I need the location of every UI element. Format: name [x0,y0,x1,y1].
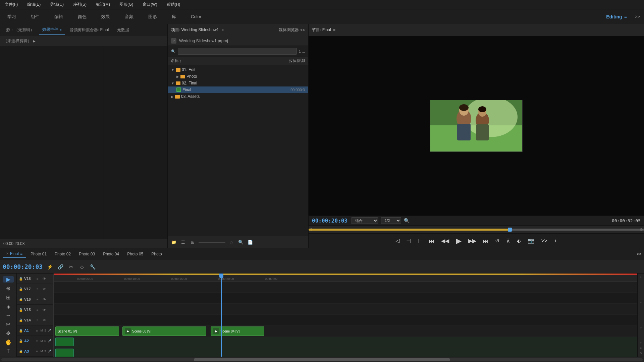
tl-tool-razor[interactable]: ✂ [67,263,75,271]
nav-edit[interactable]: 编辑 [51,12,66,21]
nav-graphics[interactable]: 图形 [145,12,160,21]
slip-tool[interactable]: ✥ [3,330,14,337]
timeline-scrollbar[interactable] [0,357,644,362]
hand-tool[interactable]: 🖐 [3,339,14,346]
lock-a3[interactable]: 🔒 [19,350,23,353]
media-browser-btn[interactable]: 媒体浏览器 >> [279,27,305,33]
tl-tool-link[interactable]: 🔗 [56,263,64,271]
type-tool[interactable]: T [3,348,14,354]
goto-out-btn[interactable]: ⊢ [416,236,424,245]
menu-sequence[interactable]: 序列(S) [71,1,89,8]
list-view-btn[interactable]: ☰ [180,239,186,246]
menu-file[interactable]: 文件(F) [3,1,20,8]
timeline-playhead[interactable] [221,274,222,357]
visibility-v14[interactable]: 👁 [42,317,47,323]
nav-assembly[interactable]: 组件 [28,12,43,21]
scrubber-playhead[interactable] [508,228,512,232]
clip-scene01[interactable]: Scene 01 [V] [55,326,119,336]
play-fwd-btn[interactable]: ▶▶ [467,236,478,245]
sync-v18[interactable]: ≡ [35,276,40,281]
tree-item-final-folder[interactable]: ▼ 02. Final [168,80,308,86]
menu-marker[interactable]: 标记(M) [94,1,112,8]
menu-window[interactable]: 窗口(W) [141,1,159,8]
monitor-more-btn[interactable]: >> [540,237,549,245]
lock-v15[interactable]: 🔒 [19,308,23,312]
track-select-tool[interactable]: ⊕ [3,285,14,292]
zoom-icon[interactable]: 🔍 [404,218,410,223]
export-frame-btn[interactable]: 📷 [526,236,536,245]
chevron-final[interactable]: ▼ [171,81,174,85]
clip-scene03[interactable]: ▶ Scene 03 [V] [122,326,206,336]
solo-a2[interactable]: S [44,339,46,343]
tree-item-assets-folder[interactable]: ▶ 03. Assets [168,93,308,100]
scrollbar-thumb[interactable] [194,358,450,361]
timeline-tab-photo04[interactable]: Photo 04 [100,250,122,258]
mark-in-btn[interactable]: ◁ [394,236,401,245]
nav-color[interactable]: 颜色 [74,12,90,21]
search-input[interactable] [178,48,297,55]
icon-view-btn[interactable]: ⊞ [189,239,196,246]
selection-tool[interactable]: ▶ [3,276,14,283]
scrollbar-track[interactable] [1,358,643,361]
step-back-btn[interactable]: ⏮ [428,237,436,245]
clip-scene04[interactable]: ▶ Scene 04 [V] [211,326,264,336]
timeline-tab-menu[interactable]: ≡ [20,251,22,256]
solo-a1[interactable]: S [44,329,46,332]
clip-audio2[interactable] [55,349,74,357]
loop-btn[interactable]: ↺ [494,236,501,245]
mute-a2[interactable]: M [40,339,43,343]
record-a2[interactable]: 🎤 [48,339,51,343]
add-marker-btn[interactable]: + [553,237,558,245]
step-fwd-btn[interactable]: ⏭ [482,237,490,245]
new-bin-btn[interactable]: 📁 [170,239,177,246]
sync-a1[interactable]: ≡ [35,328,39,333]
tab-source[interactable]: 源：（无剪辑） [3,26,38,34]
solo-a3[interactable]: S [44,350,46,353]
timeline-tab-more[interactable]: Photo [148,250,165,258]
timeline-tab-photo01[interactable]: Photo 01 [27,250,50,258]
menu-edit[interactable]: 编辑(E) [25,1,43,8]
lock-a1[interactable]: 🔒 [19,329,23,333]
rs-btn-1[interactable]: ○ [639,275,643,279]
ratio-select[interactable]: 1/2 [381,217,401,224]
tl-tool-wrench[interactable]: 🔧 [89,263,97,271]
mute-a3[interactable]: M [40,350,43,353]
sync-v17[interactable]: ≡ [35,286,40,292]
tree-item-edit-folder[interactable]: ▼ 01. Edit [168,66,308,73]
timeline-tab-final[interactable]: ✕ Final ≡ [3,250,26,258]
lift-btn[interactable]: ⊼ [505,236,512,245]
goto-in-btn[interactable]: ⊣ [405,236,412,245]
project-menu-icon[interactable]: ≡ [222,28,224,32]
automate-btn[interactable]: ◇ [228,239,235,246]
mute-a1[interactable]: M [40,329,43,332]
rs-btn-3[interactable]: ○ [639,325,643,330]
nav-editing-workspace[interactable]: Editing ≡ [606,14,627,19]
play-back-btn[interactable]: ◀◀ [440,236,450,245]
lock-v18[interactable]: 🔒 [19,277,23,281]
size-slider[interactable] [199,242,225,243]
sync-a3[interactable]: ≡ [35,349,39,354]
nav-learn[interactable]: 学习 [4,12,19,21]
menu-help[interactable]: 帮助(H) [165,1,182,8]
rs-btn-6[interactable]: S [639,351,643,355]
tab-effects-controls[interactable]: 效果控件 ≡ [39,25,65,35]
rs-btn-5[interactable]: S [639,346,643,350]
lock-v16[interactable]: 🔒 [19,298,23,301]
clip-audio1[interactable] [55,338,74,346]
new-item-btn[interactable]: 📄 [247,239,254,246]
timeline-tab-expand[interactable]: >> [637,252,641,256]
rs-btn-2[interactable]: ○ [639,300,643,304]
monitor-scrubber[interactable] [309,225,644,233]
nav-color2[interactable]: Color [187,13,205,20]
tl-tool-snap[interactable]: ⚡ [46,263,54,271]
sync-a2[interactable]: ≡ [35,338,39,344]
tree-item-final-seq[interactable]: Final 00:000:3 [168,86,308,93]
timeline-tab-photo03[interactable]: Photo 03 [75,250,98,258]
chevron-edit[interactable]: ▼ [171,68,174,72]
visibility-v16[interactable]: 👁 [42,297,47,302]
record-a3[interactable]: 🎤 [48,350,51,353]
extract-btn[interactable]: ⬖ [516,236,522,245]
ripple-tool[interactable]: ⊞ [3,294,14,301]
fit-select[interactable]: 适合 [352,217,378,224]
sync-v16[interactable]: ≡ [35,297,40,302]
